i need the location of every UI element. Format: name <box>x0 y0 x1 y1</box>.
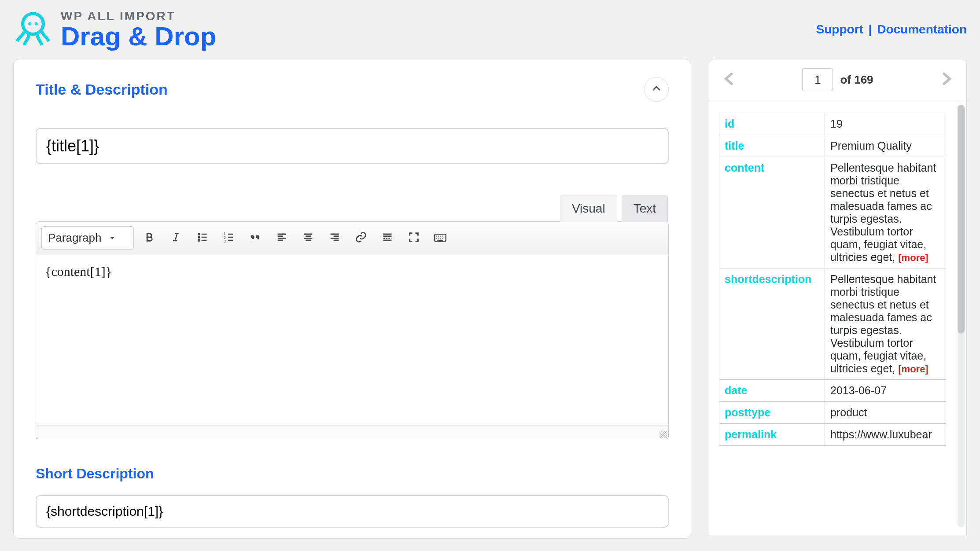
header-links: Support | Documentation <box>816 22 967 37</box>
record-value: product <box>825 402 946 424</box>
record-key: date <box>719 380 825 402</box>
fullscreen-icon <box>408 231 420 245</box>
svg-point-0 <box>23 14 44 34</box>
bullet-list-icon <box>196 231 209 245</box>
table-row[interactable]: id19 <box>719 113 946 135</box>
content-editor[interactable]: {content[1]} <box>36 254 669 426</box>
more-link[interactable]: [more] <box>898 252 928 263</box>
link-button[interactable] <box>350 228 372 249</box>
bold-button[interactable] <box>139 228 160 249</box>
support-link[interactable]: Support <box>816 22 863 36</box>
align-right-button[interactable] <box>324 228 345 249</box>
bullet-list-button[interactable] <box>192 228 213 249</box>
tab-visual[interactable]: Visual <box>560 195 617 222</box>
align-left-icon <box>276 231 288 245</box>
editor-statusbar <box>36 426 669 439</box>
title-input[interactable] <box>36 128 669 164</box>
keyboard-icon <box>434 231 447 245</box>
editor-tabs: Visual Text <box>36 195 668 222</box>
section-title: Title & Description <box>36 81 168 98</box>
record-value: Premium Quality <box>825 135 946 157</box>
logo: WP ALL IMPORT Drag & Drop <box>13 9 216 50</box>
read-more-icon <box>381 231 394 245</box>
format-select[interactable]: Paragraph <box>41 226 134 250</box>
quote-icon <box>249 231 262 245</box>
read-more-button[interactable] <box>377 228 398 249</box>
svg-text:3: 3 <box>224 239 226 243</box>
svg-point-1 <box>28 22 31 26</box>
record-pager: of 169 <box>709 59 967 100</box>
chevron-left-icon <box>722 82 737 90</box>
table-row[interactable]: posttypeproduct <box>719 402 946 424</box>
octopus-icon <box>13 9 53 50</box>
chevron-right-icon <box>939 82 954 90</box>
record-value: https://www.luxubear <box>825 424 946 446</box>
fullscreen-button[interactable] <box>403 228 424 249</box>
table-row[interactable]: contentPellentesque habitant morbi trist… <box>719 157 946 268</box>
more-link[interactable]: [more] <box>898 364 928 375</box>
table-row[interactable]: titlePremium Quality <box>719 135 946 157</box>
table-row[interactable]: permalinkhttps://www.luxubear <box>719 424 946 446</box>
caret-down-icon <box>109 231 116 245</box>
svg-point-2 <box>35 22 38 26</box>
numbered-list-icon: 123 <box>223 231 235 245</box>
record-key: posttype <box>719 402 825 424</box>
record-key: title <box>719 135 825 157</box>
record-value: 2013-06-07 <box>825 380 946 402</box>
record-value: 19 <box>825 113 946 135</box>
short-description-title: Short Description <box>36 466 669 482</box>
bold-icon <box>144 231 156 245</box>
numbered-list-button[interactable]: 123 <box>218 228 239 249</box>
prev-record-button[interactable] <box>720 67 738 92</box>
svg-point-3 <box>198 233 200 235</box>
record-key: id <box>719 113 825 135</box>
chevron-up-icon <box>651 83 662 96</box>
toolbar-toggle-button[interactable] <box>430 228 451 249</box>
blockquote-button[interactable] <box>245 228 266 249</box>
align-right-icon <box>328 231 341 245</box>
editor-toolbar: Paragraph 123 <box>36 221 669 254</box>
align-center-icon <box>302 231 314 245</box>
italic-button[interactable] <box>166 228 187 249</box>
record-table: id19titlePremium QualitycontentPellentes… <box>719 113 946 446</box>
short-description-input[interactable] <box>36 495 669 528</box>
resize-grip[interactable] <box>659 431 667 438</box>
italic-icon <box>170 231 182 245</box>
align-center-button[interactable] <box>298 228 319 249</box>
record-key: content <box>719 157 825 268</box>
link-separator: | <box>869 22 872 36</box>
record-preview-sidebar: of 169 id19titlePremium QualitycontentPe… <box>709 59 967 539</box>
record-value: Pellentesque habitant morbi tristique se… <box>825 268 946 380</box>
logo-title: Drag & Drop <box>61 23 216 50</box>
link-icon <box>355 231 367 245</box>
scrollbar-thumb[interactable] <box>958 105 965 334</box>
collapse-button[interactable] <box>644 77 669 102</box>
page-header: WP ALL IMPORT Drag & Drop Support | Docu… <box>0 0 980 59</box>
page-total-label: of 169 <box>840 73 873 87</box>
table-row[interactable]: shortdescriptionPellentesque habitant mo… <box>719 268 946 380</box>
svg-point-4 <box>198 236 200 238</box>
page-number-input[interactable] <box>802 68 833 91</box>
svg-point-5 <box>198 239 200 241</box>
align-left-button[interactable] <box>271 228 292 249</box>
record-key: permalink <box>719 424 825 446</box>
title-description-panel: Title & Description Visual Text Paragrap… <box>13 59 691 539</box>
tab-text[interactable]: Text <box>622 195 668 222</box>
format-select-label: Paragraph <box>48 231 101 245</box>
next-record-button[interactable] <box>937 67 956 92</box>
documentation-link[interactable]: Documentation <box>877 22 967 36</box>
table-row[interactable]: date2013-06-07 <box>719 380 946 402</box>
record-value: Pellentesque habitant morbi tristique se… <box>825 157 946 268</box>
record-key: shortdescription <box>719 268 825 380</box>
record-table-wrap: id19titlePremium QualitycontentPellentes… <box>709 100 967 536</box>
